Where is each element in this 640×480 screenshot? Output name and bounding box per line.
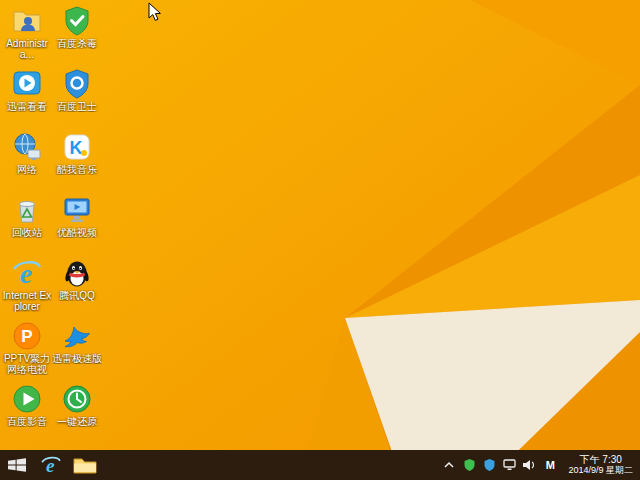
desktop-icon-administrator[interactable]: Administra... xyxy=(2,4,52,67)
network-globe-icon xyxy=(11,130,44,163)
green-play-icon xyxy=(11,382,44,415)
green-clock-icon xyxy=(61,382,94,415)
user-folder-icon xyxy=(11,4,44,37)
blue-monitor-icon xyxy=(61,193,94,226)
thunder-bird-icon xyxy=(61,319,94,352)
shield-icon xyxy=(464,459,475,471)
desktop-icon-internet-explorer[interactable]: e Internet Explorer xyxy=(2,256,52,319)
folder-icon xyxy=(73,455,97,475)
desktop-icon-label: 网络 xyxy=(2,164,52,175)
desktop-icon-label: 酷我音乐 xyxy=(52,164,102,175)
tray-network-icon[interactable] xyxy=(502,458,516,472)
kuwo-music-icon: K xyxy=(61,130,94,163)
desktop-icon-label: 百度影音 xyxy=(2,416,52,427)
taskbar-clock[interactable]: 下午 7:30 2014/9/9 星期二 xyxy=(564,454,633,476)
desktop-icon-grid: Administra... 迅雷看看 网络 xyxy=(2,4,102,445)
desktop-icon-pptv[interactable]: P PPTV聚力网络电视 xyxy=(2,319,52,382)
taskbar-internet-explorer-button[interactable]: e xyxy=(34,450,68,480)
desktop-icon-network[interactable]: 网络 xyxy=(2,130,52,193)
clock-time: 下午 7:30 xyxy=(568,454,633,465)
desktop-icon-youku[interactable]: 优酷视频 xyxy=(52,193,102,256)
desktop-icon-label: 百度卫士 xyxy=(52,101,102,112)
tray-security-icon[interactable] xyxy=(482,458,496,472)
clock-date: 2014/9/9 星期二 xyxy=(568,465,633,476)
tray-antivirus-icon[interactable] xyxy=(462,458,476,472)
chevron-up-icon xyxy=(444,461,454,469)
blue-shield-icon xyxy=(61,67,94,100)
network-monitor-icon xyxy=(503,459,516,471)
kuwo-k-glyph: K xyxy=(70,138,83,158)
desktop-icon-baidu-antivirus[interactable]: 百度杀毒 xyxy=(52,4,102,67)
taskbar-file-explorer-button[interactable] xyxy=(68,450,102,480)
input-method-indicator[interactable]: M xyxy=(542,459,558,471)
desktop-icon-label: 一键还原 xyxy=(52,416,102,427)
desktop-icon-baidu-player[interactable]: 百度影音 xyxy=(2,382,52,445)
desktop-icon-recycle-bin[interactable]: 回收站 xyxy=(2,193,52,256)
internet-explorer-icon: e xyxy=(11,256,44,289)
internet-explorer-icon: e xyxy=(40,454,62,476)
shield-icon xyxy=(484,459,495,471)
desktop-icon-label: 腾讯QQ xyxy=(52,290,102,301)
video-player-icon xyxy=(11,67,44,100)
start-button[interactable] xyxy=(0,450,34,480)
system-tray: M 下午 7:30 2014/9/9 星期二 xyxy=(442,450,640,480)
desktop-icon-xunlei-kankan[interactable]: 迅雷看看 xyxy=(2,67,52,130)
desktop-icon-baidu-weishi[interactable]: 百度卫士 xyxy=(52,67,102,130)
desktop-icon-label: 百度杀毒 xyxy=(52,38,102,49)
desktop-icon-label: Internet Explorer xyxy=(2,290,52,312)
desktop-icon-label: 优酷视频 xyxy=(52,227,102,238)
desktop-icon-label: 迅雷极速版 xyxy=(52,353,102,364)
desktop-icon-tencent-qq[interactable]: 腾讯QQ xyxy=(52,256,102,319)
desktop-icon-label: Administra... xyxy=(2,38,52,60)
windows-logo-icon xyxy=(7,457,27,473)
desktop-icon-kuwo-music[interactable]: K 酷我音乐 xyxy=(52,130,102,193)
recycle-bin-icon xyxy=(11,193,44,226)
tray-volume-icon[interactable] xyxy=(522,458,536,472)
desktop-icon-onekey-restore[interactable]: 一键还原 xyxy=(52,382,102,445)
speaker-icon xyxy=(522,459,536,471)
desktop-icon-label: PPTV聚力网络电视 xyxy=(2,353,52,375)
qq-penguin-icon xyxy=(61,256,94,289)
desktop: Administra... 迅雷看看 网络 xyxy=(0,0,640,480)
desktop-icon-label: 回收站 xyxy=(2,227,52,238)
pptv-icon: P xyxy=(11,319,44,352)
green-shield-icon xyxy=(61,4,94,37)
desktop-icon-xunlei[interactable]: 迅雷极速版 xyxy=(52,319,102,382)
tray-expand-button[interactable] xyxy=(442,458,456,472)
pptv-p-glyph: P xyxy=(21,327,32,346)
desktop-icon-label: 迅雷看看 xyxy=(2,101,52,112)
taskbar: e xyxy=(0,450,640,480)
